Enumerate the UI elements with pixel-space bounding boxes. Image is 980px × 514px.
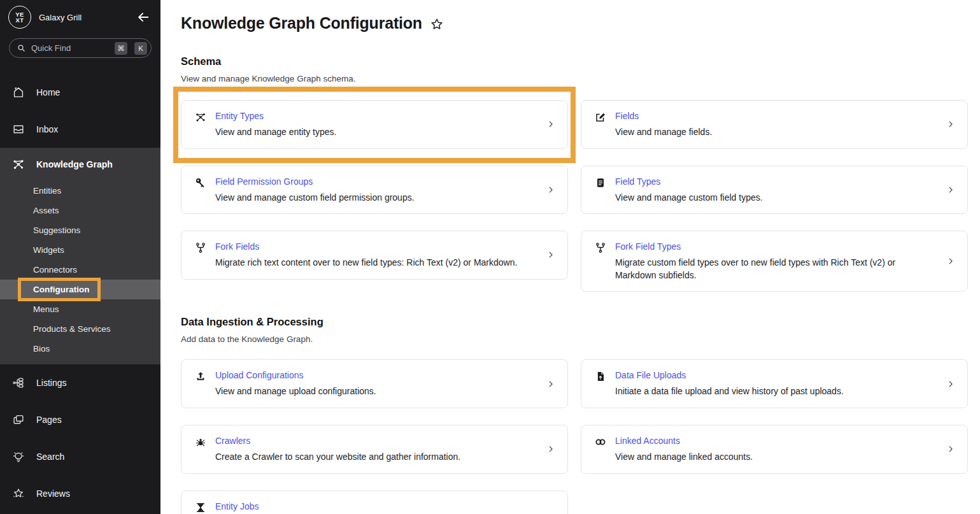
yext-logo: YE XT [8,6,31,29]
chevron-right-icon [546,445,555,453]
card-entity-jobs[interactable]: Entity Jobs View information about all a… [181,490,568,514]
section-title-data-ingestion: Data Ingestion & Processing [181,316,980,328]
sub-item-label: Entities [33,186,61,196]
card-description: View and manage entity types. [215,126,336,139]
chevron-right-icon [946,380,955,389]
hourglass-icon [194,501,207,514]
card-title-link[interactable]: Upload Configurations [215,370,304,380]
edit-icon [594,111,607,124]
card-description: Migrate rich text content over to new fi… [215,257,517,269]
sub-item-label: Suggestions [33,225,80,235]
sidebar-item-label: Inbox [36,124,58,134]
card-title-link[interactable]: Entity Jobs [215,501,259,511]
sidebar-item-connectors[interactable]: Connectors [0,260,160,280]
document-icon [594,176,607,189]
listings-icon [11,376,25,390]
search-icon [17,43,26,53]
sidebar-nav: Home Inbox Knowledge Graph Entities Asse… [0,74,160,512]
pages-icon [11,413,25,427]
favorite-star-icon[interactable] [430,17,444,31]
chevron-right-icon [546,120,555,129]
k-key-badge: K [134,42,147,55]
card-title-link[interactable]: Crawlers [215,436,250,446]
card-description: View and manage linked accounts. [615,451,753,464]
sidebar-item-entities[interactable]: Entities [0,181,160,201]
sidebar-item-listings[interactable]: Listings [0,364,160,401]
lightbulb-icon [11,450,25,464]
card-description: Migrate custom field types over to new f… [615,257,930,282]
sub-item-label: Configuration [33,285,89,294]
sidebar: YE XT Galaxy Grill Quick Find ⌘ K Home I… [0,0,160,514]
reviews-star-icon [11,487,25,501]
card-linked-accounts[interactable]: Linked Accounts View and manage linked a… [581,425,968,474]
card-field-permission-groups[interactable]: Field Permission Groups View and manage … [181,166,568,215]
quick-find-input[interactable]: Quick Find ⌘ K [9,38,152,58]
card-field-types[interactable]: Field Types View and manage custom field… [581,166,968,215]
sub-item-label: Widgets [33,245,64,255]
chevron-right-icon [546,185,555,194]
sidebar-item-label: Listings [36,378,66,388]
knowledge-graph-section: Knowledge Graph Entities Assets Suggesti… [0,148,160,364]
section-title-schema: Schema [181,55,980,68]
file-upload-icon [594,370,607,383]
spider-icon [194,436,207,448]
sidebar-item-reviews[interactable]: Reviews [0,475,160,512]
key-icon [194,176,207,189]
chevron-right-icon [946,257,955,266]
card-description: Initiate a data file upload and view his… [615,385,844,398]
upload-icon [194,370,207,383]
card-fields[interactable]: Fields View and manage fields. [581,100,968,149]
inbox-icon [11,122,25,136]
card-description: View and manage fields. [615,126,712,139]
quick-find-placeholder: Quick Find [31,43,108,53]
card-entity-types[interactable]: Entity Types View and manage entity type… [181,100,568,149]
home-icon [11,85,25,99]
sidebar-item-configuration[interactable]: Configuration [0,280,160,299]
schema-cards-grid: Entity Types View and manage entity type… [181,100,980,292]
card-title-link[interactable]: Fork Field Types [615,241,681,252]
section-description: Add data to the Knowledge Graph. [181,334,980,344]
logo-text-bottom: XT [15,17,24,23]
fork-icon [594,241,607,254]
card-title-link[interactable]: Fork Fields [215,241,259,252]
collapse-sidebar-arrow-icon[interactable] [136,10,150,24]
main-content: Knowledge Graph Configuration Schema Vie… [160,0,980,514]
card-title-link[interactable]: Entity Types [215,111,264,121]
sidebar-item-label: Pages [36,415,62,425]
card-fork-field-types[interactable]: Fork Field Types Migrate custom field ty… [581,231,968,292]
card-title-link[interactable]: Field Permission Groups [215,176,313,187]
sub-item-label: Assets [33,206,59,215]
sidebar-item-assets[interactable]: Assets [0,201,160,220]
sidebar-item-search[interactable]: Search [0,438,160,475]
sidebar-item-bios[interactable]: Bios [0,339,160,359]
sidebar-item-suggestions[interactable]: Suggestions [0,220,160,240]
card-crawlers[interactable]: Crawlers Create a Crawler to scan your w… [181,425,568,474]
chevron-right-icon [946,120,955,129]
card-description: View and manage custom field types. [615,192,763,204]
chevron-right-icon [946,445,955,453]
sidebar-brand-row: YE XT Galaxy Grill [0,0,160,34]
sidebar-item-menus[interactable]: Menus [0,299,160,319]
sidebar-item-pages[interactable]: Pages [0,401,160,438]
card-upload-configurations[interactable]: Upload Configurations View and manage up… [181,359,568,408]
sub-item-label: Connectors [33,265,77,275]
sub-item-label: Bios [33,344,50,353]
card-fork-fields[interactable]: Fork Fields Migrate rich text content ov… [181,231,568,280]
sidebar-item-label: Home [36,87,60,97]
section-description: View and manage Knowledge Graph schema. [181,74,980,83]
fork-icon [194,241,207,254]
graph-icon [194,111,207,124]
data-ingestion-cards-grid: Upload Configurations View and manage up… [181,359,980,514]
card-title-link[interactable]: Fields [615,111,639,121]
card-title-link[interactable]: Data File Uploads [615,370,686,380]
sidebar-item-products-services[interactable]: Products & Services [0,319,160,339]
sidebar-item-home[interactable]: Home [0,74,160,111]
sidebar-item-widgets[interactable]: Widgets [0,240,160,260]
sidebar-item-knowledge-graph[interactable]: Knowledge Graph [0,148,160,181]
sidebar-item-inbox[interactable]: Inbox [0,111,160,148]
sub-item-label: Products & Services [33,324,111,334]
card-title-link[interactable]: Linked Accounts [615,436,680,446]
card-description: View and manage upload configurations. [215,385,376,398]
card-data-file-uploads[interactable]: Data File Uploads Initiate a data file u… [581,359,968,408]
card-title-link[interactable]: Field Types [615,176,660,187]
